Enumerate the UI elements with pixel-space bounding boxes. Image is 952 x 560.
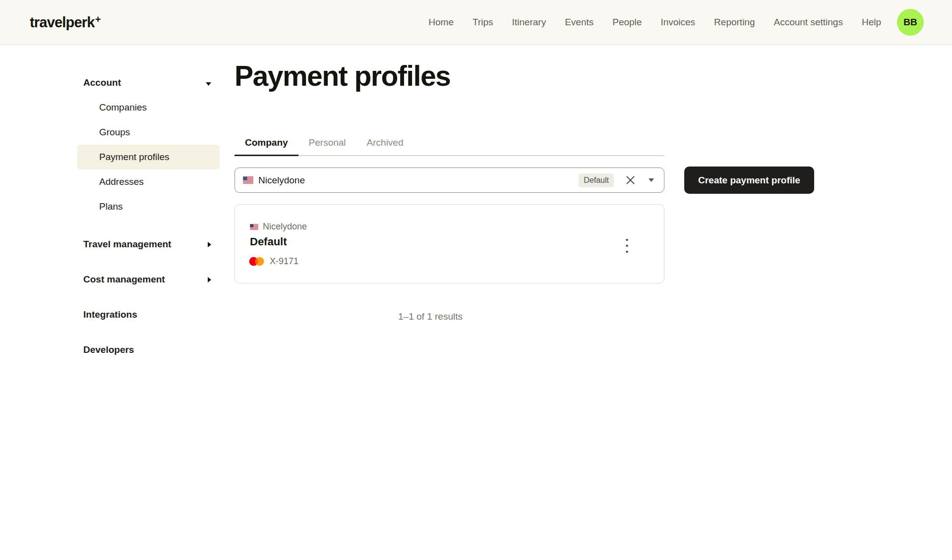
- nav-item-trips[interactable]: Trips: [473, 17, 493, 28]
- nav-item-reporting[interactable]: Reporting: [714, 17, 755, 28]
- sidebar-item-account[interactable]: Account: [77, 70, 220, 95]
- sidebar-item-developers[interactable]: Developers: [77, 337, 220, 362]
- caret-right-icon: [208, 274, 211, 285]
- payment-profile-select[interactable]: Default: [235, 168, 664, 193]
- create-payment-profile-button[interactable]: Create payment profile: [684, 167, 814, 194]
- tab-personal[interactable]: Personal: [298, 137, 357, 155]
- sidebar-item-plans[interactable]: Plans: [77, 194, 220, 219]
- page-title: Payment profiles: [235, 59, 450, 92]
- travelperk-logo[interactable]: travelperk+: [30, 14, 100, 31]
- caret-down-icon[interactable]: [649, 178, 654, 182]
- sidebar-item-payment-profiles[interactable]: Payment profiles: [77, 145, 220, 169]
- nav-item-account-settings[interactable]: Account settings: [774, 17, 843, 28]
- sidebar-item-travel-management[interactable]: Travel management: [77, 232, 220, 257]
- nav-item-help[interactable]: Help: [862, 17, 881, 28]
- sidebar-item-companies[interactable]: Companies: [77, 95, 220, 120]
- tab-company[interactable]: Company: [235, 137, 298, 156]
- logo-text: travelperk: [30, 14, 95, 30]
- top-navigation-bar: travelperk+ Home Trips Itinerary Events …: [0, 0, 952, 45]
- card-payment-method-row: X-9171: [249, 256, 298, 267]
- nav-item-invoices[interactable]: Invoices: [660, 17, 695, 28]
- payment-profile-card[interactable]: Nicelydone Default X-9171: [235, 204, 664, 283]
- sidebar-item-integrations[interactable]: Integrations: [77, 302, 220, 327]
- tab-archived[interactable]: Archived: [357, 137, 414, 155]
- sidebar-item-label: Groups: [99, 127, 130, 138]
- card-profile-name: Default: [250, 235, 287, 248]
- top-nav: Home Trips Itinerary Events People Invoi…: [428, 9, 924, 36]
- card-company-row: Nicelydone: [250, 222, 307, 232]
- sidebar-item-label: Integrations: [83, 309, 137, 320]
- nav-item-home[interactable]: Home: [428, 17, 454, 28]
- sidebar-item-label: Companies: [99, 102, 147, 113]
- sidebar-item-label: Addresses: [99, 176, 144, 187]
- logo-plus-icon: +: [95, 14, 101, 25]
- settings-sidebar: Account Companies Groups Payment profile…: [77, 70, 220, 362]
- us-flag-icon: [250, 224, 258, 230]
- nav-item-itinerary[interactable]: Itinerary: [512, 17, 546, 28]
- card-company-name: Nicelydone: [263, 222, 307, 232]
- sidebar-item-label: Account: [83, 77, 121, 88]
- mastercard-icon: [249, 257, 264, 266]
- sidebar-item-label: Plans: [99, 201, 123, 212]
- caret-down-icon: [206, 77, 211, 88]
- card-last-digits: X-9171: [270, 256, 298, 267]
- sidebar-item-groups[interactable]: Groups: [77, 120, 220, 145]
- user-avatar[interactable]: BB: [897, 9, 924, 36]
- default-badge: Default: [579, 173, 614, 187]
- sidebar-item-label: Payment profiles: [99, 152, 170, 163]
- nav-item-people[interactable]: People: [612, 17, 642, 28]
- sidebar-item-label: Developers: [83, 344, 134, 355]
- sidebar-item-addresses[interactable]: Addresses: [77, 169, 220, 194]
- payment-profiles-tabs: Company Personal Archived: [235, 133, 664, 156]
- close-icon[interactable]: [626, 175, 635, 185]
- us-flag-icon: [243, 176, 253, 184]
- sidebar-item-label: Cost management: [83, 274, 165, 285]
- payment-profile-search-input[interactable]: [258, 175, 579, 186]
- kebab-menu-icon[interactable]: [623, 237, 631, 256]
- sidebar-item-cost-management[interactable]: Cost management: [77, 267, 220, 292]
- nav-item-events[interactable]: Events: [565, 17, 594, 28]
- results-summary: 1–1 of 1 results: [235, 311, 626, 322]
- caret-right-icon: [208, 239, 211, 250]
- sidebar-item-label: Travel management: [83, 239, 171, 250]
